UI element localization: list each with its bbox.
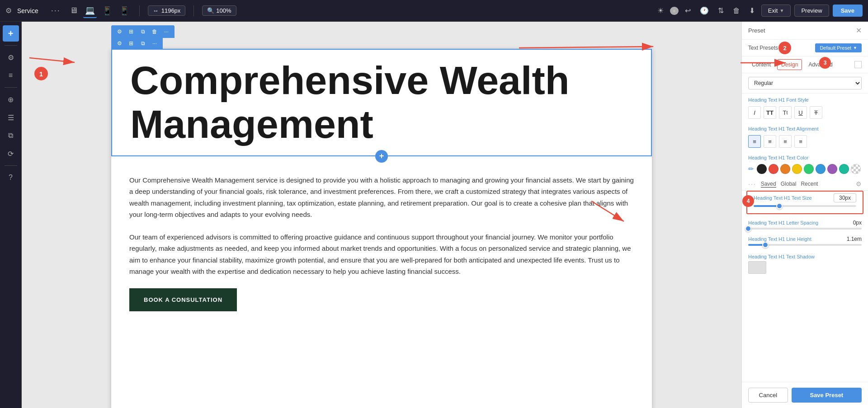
color-swatch-black[interactable]: [757, 164, 767, 174]
tab-design[interactable]: Design: [777, 59, 802, 70]
el-settings-btn[interactable]: ⚙: [114, 38, 125, 49]
settings-icon[interactable]: ⚙: [5, 6, 12, 15]
size-slider-thumb[interactable]: [776, 203, 783, 209]
width-display[interactable]: ↔ 1196px: [148, 5, 186, 16]
separator-1: [139, 5, 140, 16]
components-button[interactable]: ⊕: [3, 91, 19, 108]
color-section: ✏: [742, 162, 868, 180]
color-swatch-teal[interactable]: [839, 164, 849, 174]
font-style-select[interactable]: Regular: [748, 77, 862, 89]
element-toolbar: ⚙ ⊞ ⧉ ···: [111, 37, 163, 50]
size-value-input[interactable]: [834, 193, 856, 202]
underline-button[interactable]: U: [794, 106, 807, 119]
layers-button[interactable]: ≡: [3, 67, 19, 84]
desktop-icon[interactable]: 🖥: [68, 4, 80, 17]
heading-text: Comprehensive Wealth Management: [112, 50, 651, 155]
add-section-button[interactable]: +: [375, 150, 388, 163]
color-swatch-pattern[interactable]: [851, 164, 861, 174]
undo-icon[interactable]: ↩: [682, 5, 693, 17]
line-height-slider-track[interactable]: [748, 244, 862, 246]
color-swatch-yellow[interactable]: [792, 164, 802, 174]
color-swatch-orange[interactable]: [780, 164, 790, 174]
media-button[interactable]: ☰: [3, 109, 19, 126]
color-swatch-purple[interactable]: [827, 164, 837, 174]
responsive-icon[interactable]: ⇅: [715, 5, 726, 17]
size-slider-fill: [754, 205, 779, 207]
size-slider-track[interactable]: [754, 205, 856, 207]
recent-tab[interactable]: Recent: [801, 181, 818, 187]
color-picker-button[interactable]: ✏: [748, 165, 754, 173]
panel-title: Preset: [748, 27, 765, 34]
strikethrough-button[interactable]: T: [810, 106, 822, 119]
el-clone-btn[interactable]: ⧉: [137, 38, 148, 49]
delete-icon[interactable]: 🗑: [730, 5, 743, 17]
help-button[interactable]: ?: [3, 169, 19, 186]
laptop-icon[interactable]: 💻: [83, 4, 97, 18]
text-shadow-label: Heading Text H1 Text Shadow: [742, 250, 868, 261]
section-more-btn[interactable]: ···: [161, 26, 172, 37]
saved-dots-icon: ···: [748, 180, 756, 188]
preset-arrow-icon: ▼: [853, 46, 857, 50]
letter-spacing-thumb[interactable]: [745, 225, 751, 232]
cta-button[interactable]: BOOK A CONSULTATION: [129, 288, 237, 311]
align-center-button[interactable]: ≡: [764, 135, 776, 148]
mobile-icon[interactable]: 📱: [118, 4, 131, 18]
section-delete-btn[interactable]: 🗑: [149, 26, 160, 37]
heading-section-wrapper: ⚙ ⊞ ⧉ 🗑 ··· ⚙ ⊞ ⧉ ··· Comprehensive Weal…: [111, 49, 652, 156]
cancel-button[interactable]: Cancel: [748, 388, 788, 403]
capitalize-button[interactable]: Tt: [779, 106, 792, 119]
interactions-button[interactable]: ⟳: [3, 145, 19, 162]
section-grid-btn[interactable]: ⊞: [126, 26, 137, 37]
download-icon[interactable]: ⬇: [746, 5, 758, 17]
color-settings-icon[interactable]: ⚙: [856, 180, 862, 188]
align-right-button[interactable]: ≡: [779, 135, 792, 148]
tab-content[interactable]: Content: [748, 60, 774, 70]
clone-button[interactable]: ⧉: [3, 127, 19, 144]
global-tab[interactable]: Global: [781, 181, 797, 187]
text-shadow-swatch[interactable]: [748, 261, 766, 274]
section-clone-btn[interactable]: ⧉: [137, 26, 148, 37]
preview-button[interactable]: Preview: [794, 5, 829, 17]
exit-button[interactable]: Exit ▼: [761, 5, 791, 17]
color-swatch-green[interactable]: [804, 164, 814, 174]
uppercase-button[interactable]: TT: [764, 106, 776, 119]
align-left-button[interactable]: ≡: [748, 135, 761, 148]
sun-icon[interactable]: ☀: [655, 5, 666, 17]
tablet-icon[interactable]: 📱: [100, 4, 114, 18]
heading-alignment-label: Heading Text H1 Text Alignment: [742, 122, 868, 133]
zoom-display[interactable]: 🔍 100%: [202, 5, 236, 16]
color-swatch-red[interactable]: [769, 164, 778, 174]
save-button[interactable]: Save: [833, 5, 863, 17]
letter-spacing-slider-track[interactable]: [748, 228, 862, 230]
tab-advanced[interactable]: Advanced 3: [805, 60, 836, 70]
el-more-btn[interactable]: ···: [149, 38, 160, 49]
saved-tab[interactable]: Saved: [761, 181, 776, 188]
zoom-value: 100%: [216, 7, 231, 14]
right-panel: Preset ✕ 2 Text Presets Default Preset ▼…: [741, 22, 868, 408]
main-area: + ⚙ ≡ ⊕ ☰ ⧉ ⟳ ? 1 ⚙ ⊞ ⧉ 🗑 ···: [0, 22, 868, 408]
section-toolbar: ⚙ ⊞ ⧉ 🗑 ···: [111, 25, 175, 38]
tabs-row: Content Design Advanced 3: [742, 56, 868, 73]
color-swatch-blue[interactable]: [816, 164, 826, 174]
moon-toggle[interactable]: ●: [670, 7, 679, 15]
settings-sidebar-button[interactable]: ⚙: [3, 49, 19, 66]
tab-checkbox[interactable]: [854, 61, 862, 68]
add-element-button[interactable]: +: [3, 25, 19, 42]
history-icon[interactable]: 🕐: [697, 5, 712, 17]
presets-row: 2 Text Presets Default Preset ▼: [742, 40, 868, 56]
main-toolbar: ⚙ Service ··· 🖥 💻 📱 📱 ↔ 1196px 🔍 100% ☀ …: [0, 0, 868, 22]
line-height-thumb[interactable]: [762, 242, 769, 248]
text-presets-label: Text Presets: [748, 45, 778, 51]
align-justify-button[interactable]: ≡: [794, 135, 807, 148]
panel-header: Preset ✕: [742, 22, 868, 40]
alignment-buttons: ≡ ≡ ≡ ≡: [742, 133, 868, 151]
section-settings-btn[interactable]: ⚙: [114, 26, 125, 37]
more-options-icon[interactable]: ···: [51, 6, 61, 15]
el-grid-btn[interactable]: ⊞: [126, 38, 137, 49]
panel-close-button[interactable]: ✕: [856, 26, 862, 35]
app-title: Service: [17, 7, 38, 14]
save-preset-button[interactable]: Save Preset: [792, 388, 862, 403]
heading-element[interactable]: Comprehensive Wealth Management +: [111, 49, 652, 156]
default-preset-button[interactable]: Default Preset ▼: [815, 43, 862, 52]
italic-button[interactable]: I: [748, 106, 761, 119]
